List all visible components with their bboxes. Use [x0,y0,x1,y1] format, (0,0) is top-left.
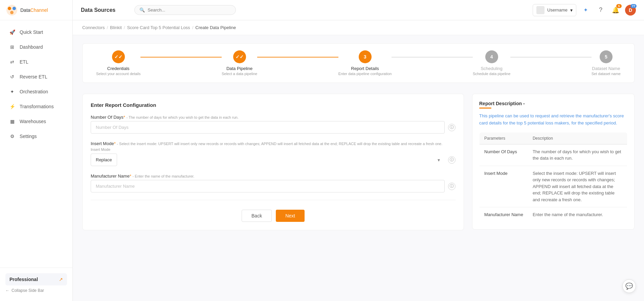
sidebar-item-orchestration[interactable]: ✦ Orchestration [3,85,70,99]
help-button[interactable]: ? [595,5,606,16]
btn-row: Back Next [91,207,456,222]
param-name-0: Number Of Days [480,144,528,166]
step-4-label: Scheduling [481,66,502,71]
notifications-button[interactable]: 🔔 5 [610,5,621,16]
svg-point-1 [8,7,11,10]
alerts-badge: 77 [630,4,637,8]
transform-icon: ⚡ [9,103,16,110]
step-5-sublabel: Set dataset name [592,72,621,76]
rocket-icon: 🚀 [9,29,16,36]
sidebar-item-label: ETL [20,59,28,65]
step-1-circle: ✓ [112,50,125,63]
report-desc-text: This pipeline can be used to request and… [479,113,627,127]
step-3-label: Report Details [351,66,379,71]
param-name-2: Manufacturer Name [480,207,528,223]
ai-button[interactable]: ✦ [580,5,591,16]
param-desc-2: Enter the name of the manufacturer. [528,207,627,223]
manufacturer-name-info-icon[interactable]: ⓘ [448,183,456,190]
sidebar-item-dashboard[interactable]: ⊞ Dashboard [3,40,70,54]
orchestration-icon: ✦ [9,88,16,95]
header-right: Username ▾ ✦ ? 🔔 5 D 77 [533,4,636,16]
insert-mode-select[interactable]: Replace Append Upsert [91,154,117,166]
svg-point-2 [13,7,16,10]
content-row: Enter Report Configuration Number Of Day… [82,94,635,230]
header: Data Sources 🔍 Username ▾ ✦ ? [73,0,644,20]
number-of-days-input[interactable] [91,121,445,134]
ai-icon: ✦ [583,7,588,13]
professional-badge[interactable]: Professional ↗ [5,273,67,285]
report-desc-underline [479,108,491,109]
sidebar-item-quick-start[interactable]: 🚀 Quick Start [3,25,70,39]
collapse-label: Collapse Side Bar [12,288,44,293]
param-name-1: Insert Mode [480,166,528,207]
sidebar-item-label: Warehouses [20,119,46,124]
sidebar-nav: 🚀 Quick Start ⊞ Dashboard ⇄ ETL ↺ Revers… [0,20,72,268]
chat-bubble-button[interactable]: 💬 [622,279,636,293]
sidebar-item-settings[interactable]: ⚙ Settings [3,129,70,143]
step-credentials: ✓ Credentials Select your account detail… [96,50,140,76]
search-icon: 🔍 [139,7,145,13]
collapse-sidebar-button[interactable]: ← Collapse Side Bar [5,285,67,296]
field-insert-mode: Insert Mode* - Select the insert mode: U… [91,141,456,166]
page-title: Data Sources [81,7,115,13]
number-of-days-info-icon[interactable]: ⓘ [448,124,456,131]
grid-icon: ⊞ [9,44,16,50]
step-2-label: Data Pipeline [226,66,252,71]
page-body: ✓ Credentials Select your account detail… [73,35,644,301]
sidebar-item-label: Settings [20,134,37,139]
param-desc-0: The number of days for which you wish to… [528,144,627,166]
form-panel: Enter Report Configuration Number Of Day… [82,94,464,230]
description-col-header: Description [528,132,627,144]
back-button[interactable]: Back [242,210,272,222]
table-row: Manufacturer Name Enter the name of the … [480,207,627,223]
next-button[interactable]: Next [276,210,305,222]
form-title: Enter Report Configuration [91,102,456,108]
user-selector[interactable]: Username ▾ [533,4,576,16]
step-1-sublabel: Select your account details [96,72,140,76]
insert-mode-sublabel: Insert Mode [91,147,456,152]
connector-1-2 [140,57,222,57]
search-box: 🔍 [134,5,236,15]
field-number-of-days-label: Number Of Days* - The number of days for… [91,115,456,120]
table-row: Insert Mode Select the insert mode: UPSE… [480,166,627,207]
main-content: Data Sources 🔍 Username ▾ ✦ ? [73,0,644,301]
sidebar: DataChannel 🚀 Quick Start ⊞ Dashboard ⇄ … [0,0,73,301]
step-4-sublabel: Schedule data pipeline [473,72,510,76]
step-data-pipeline: ✓ Data Pipeline Select a data pipeline [222,50,257,76]
sidebar-item-etl[interactable]: ⇄ ETL [3,55,70,69]
sidebar-item-label: Dashboard [20,44,43,50]
report-desc-title: Report Description - [479,101,627,106]
breadcrumb-current: Create Data Pipeline [195,25,236,30]
help-icon: ? [599,6,602,14]
sidebar-item-label: Reverse ETL [20,74,47,79]
alerts-button[interactable]: D 77 [625,5,636,16]
refresh-icon: ↺ [9,73,16,80]
breadcrumb-connectors[interactable]: Connectors [82,25,105,30]
logo: DataChannel [0,0,72,20]
insert-mode-info-icon[interactable]: ⓘ [448,156,456,164]
sidebar-item-reverse-etl[interactable]: ↺ Reverse ETL [3,70,70,84]
step-5-label: Dataset Name [592,66,620,71]
manufacturer-name-input[interactable] [91,180,445,192]
sidebar-item-transformations[interactable]: ⚡ Transformations [3,99,70,114]
step-2-sublabel: Select a data pipeline [222,72,257,76]
field-number-of-days: Number Of Days* - The number of days for… [91,115,456,134]
step-3-sublabel: Enter data pipeline configuration [338,72,392,76]
sidebar-item-warehouses[interactable]: ▦ Warehouses [3,114,70,129]
step-1-label: Credentials [107,66,130,71]
sidebar-item-label: Transformations [20,104,54,109]
search-input[interactable] [148,7,208,13]
step-4-circle: 4 [485,50,498,63]
header-user-name: Username [547,7,568,13]
arrows-icon: ⇄ [9,59,16,65]
table-row: Number Of Days The number of days for wh… [480,144,627,166]
connector-3-4 [392,57,473,57]
external-link-icon: ↗ [59,277,63,282]
connector-4-5 [510,57,592,57]
sidebar-item-label: Quick Start [20,29,43,35]
breadcrumb-scorecard[interactable]: Score Card Top 5 Potential Loss [127,25,190,30]
report-description: Report Description - This pipeline can b… [472,94,635,230]
breadcrumb-blinkit[interactable]: Blinkit [110,25,122,30]
professional-label: Professional [9,277,38,282]
field-insert-mode-label: Insert Mode* - Select the insert mode: U… [91,141,456,146]
